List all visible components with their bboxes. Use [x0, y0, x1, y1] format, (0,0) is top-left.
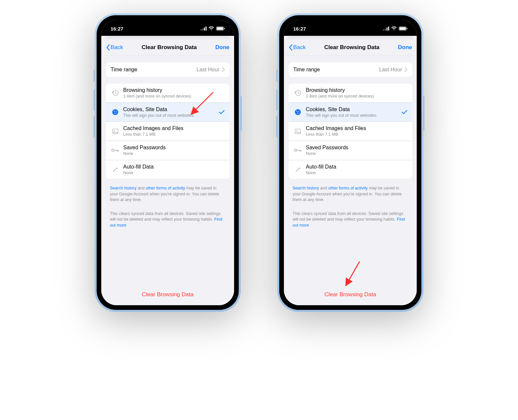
svg-rect-1 — [202, 29, 203, 31]
svg-point-28 — [295, 109, 301, 115]
back-button[interactable]: Back — [289, 44, 306, 51]
item-cached[interactable]: Cached Images and Files Less than 7.1 MB — [289, 121, 412, 141]
data-types-group: Browsing history 1 item (and more on syn… — [106, 84, 229, 179]
time-range-label: Time range — [111, 66, 194, 73]
item-subtitle: Less than 7.1 MB — [123, 132, 225, 137]
item-autofill[interactable]: Auto-fill Data None — [106, 160, 229, 179]
svg-point-18 — [117, 171, 118, 171]
check-icon — [219, 110, 225, 114]
svg-rect-6 — [224, 28, 225, 29]
time-range-row[interactable]: Time range Last Hour — [106, 62, 229, 77]
key-icon — [294, 147, 302, 153]
history-icon — [294, 89, 302, 97]
cookie-icon — [294, 108, 302, 116]
item-cached[interactable]: Cached Images and Files Less than 7.1 MB — [106, 121, 229, 141]
item-subtitle: None — [306, 151, 407, 157]
done-button[interactable]: Done — [398, 44, 412, 51]
status-time: 16:27 — [293, 26, 306, 32]
battery-icon — [399, 27, 407, 31]
item-subtitle: This will sign you out of most websites. — [123, 113, 216, 118]
item-title: Cached Images and Files — [123, 125, 225, 132]
item-title: Saved Passwords — [123, 144, 225, 151]
item-subtitle: 1 item (and more on synced devices) — [306, 94, 407, 99]
time-range-value: Last Hour — [197, 67, 219, 73]
key-icon — [111, 147, 120, 153]
time-range-value: Last Hour — [379, 67, 402, 73]
link-search-history[interactable]: Search history — [110, 186, 136, 190]
link-other-activity[interactable]: other forms of activity — [146, 186, 185, 190]
cellular-icon — [201, 27, 207, 31]
item-subtitle: None — [123, 151, 225, 157]
link-search-history[interactable]: Search history — [293, 186, 319, 190]
time-range-group: Time range Last Hour — [289, 62, 412, 77]
clear-data-button[interactable]: Clear Browsing Data — [324, 291, 376, 298]
item-title: Saved Passwords — [306, 144, 407, 151]
wand-icon — [294, 166, 302, 173]
svg-point-31 — [297, 113, 298, 114]
image-icon — [112, 128, 119, 135]
svg-rect-25 — [399, 27, 406, 30]
item-title: Auto-fill Data — [123, 164, 225, 170]
svg-point-38 — [300, 171, 301, 171]
chevron-left-icon — [289, 44, 293, 51]
done-button[interactable]: Done — [216, 44, 230, 51]
time-range-row[interactable]: Time range Last Hour — [289, 62, 412, 77]
svg-point-16 — [113, 150, 114, 151]
svg-point-11 — [115, 113, 116, 114]
svg-point-37 — [296, 168, 297, 168]
svg-rect-26 — [407, 28, 407, 29]
svg-rect-20 — [383, 29, 384, 31]
phone-mock-left: 16:27 Back Clear Browsing Data Done — [95, 13, 241, 312]
notch — [139, 20, 196, 30]
item-cookies[interactable]: Cookies, Site Data This will sign you ou… — [289, 103, 412, 122]
chevron-right-icon — [405, 67, 407, 72]
time-range-group: Time range Last Hour — [106, 62, 229, 77]
svg-point-36 — [295, 150, 296, 151]
item-title: Browsing history — [306, 87, 407, 94]
footer-note-2: This clears synced data from all devices… — [293, 211, 408, 229]
item-subtitle: None — [123, 171, 225, 176]
page-title: Clear Browsing Data — [324, 44, 380, 51]
item-passwords[interactable]: Saved Passwords None — [106, 141, 229, 160]
data-types-group: Browsing history 1 item (and more on syn… — [289, 84, 412, 179]
svg-point-17 — [113, 168, 114, 168]
status-time: 16:27 — [111, 26, 123, 32]
item-subtitle: None — [306, 171, 407, 176]
phone-mock-right: 16:27 Back Clear Browsing Data Done — [277, 13, 423, 312]
nav-bar: Back Clear Browsing Data Done — [101, 39, 234, 56]
link-other-activity[interactable]: other forms of activity — [328, 186, 368, 190]
item-title: Cookies, Site Data — [123, 106, 216, 113]
svg-point-12 — [116, 113, 117, 113]
item-title: Cached Images and Files — [306, 125, 407, 132]
svg-rect-22 — [387, 28, 388, 31]
svg-rect-21 — [385, 29, 386, 31]
clear-data-button[interactable]: Clear Browsing Data — [142, 291, 194, 298]
footer-note-1: Search history and other forms of activi… — [293, 185, 408, 203]
item-passwords[interactable]: Saved Passwords None — [289, 141, 412, 160]
svg-point-9 — [114, 111, 115, 112]
item-title: Browsing history — [123, 87, 225, 94]
time-range-label: Time range — [293, 66, 377, 73]
svg-point-10 — [116, 111, 117, 112]
svg-rect-3 — [206, 27, 207, 31]
nav-bar: Back Clear Browsing Data Done — [284, 39, 417, 56]
item-subtitle: Less than 7.1 MB — [306, 132, 407, 137]
svg-point-30 — [299, 111, 299, 112]
chevron-right-icon — [222, 67, 225, 72]
footer-note-1: Search history and other forms of activi… — [110, 185, 225, 203]
history-icon — [112, 89, 119, 97]
svg-rect-2 — [204, 28, 205, 31]
item-browsing-history[interactable]: Browsing history 1 item (and more on syn… — [106, 84, 229, 103]
svg-rect-23 — [388, 27, 389, 31]
svg-point-34 — [297, 130, 298, 131]
back-label: Back — [293, 44, 306, 51]
item-autofill[interactable]: Auto-fill Data None — [289, 160, 412, 179]
item-cookies[interactable]: Cookies, Site Data This will sign you ou… — [106, 103, 229, 122]
svg-point-14 — [114, 130, 115, 131]
back-button[interactable]: Back — [106, 44, 123, 51]
page-title: Clear Browsing Data — [142, 44, 197, 51]
item-title: Cookies, Site Data — [306, 106, 399, 113]
svg-point-8 — [112, 109, 118, 115]
battery-icon — [216, 27, 225, 31]
item-browsing-history[interactable]: Browsing history 1 item (and more on syn… — [289, 84, 412, 103]
